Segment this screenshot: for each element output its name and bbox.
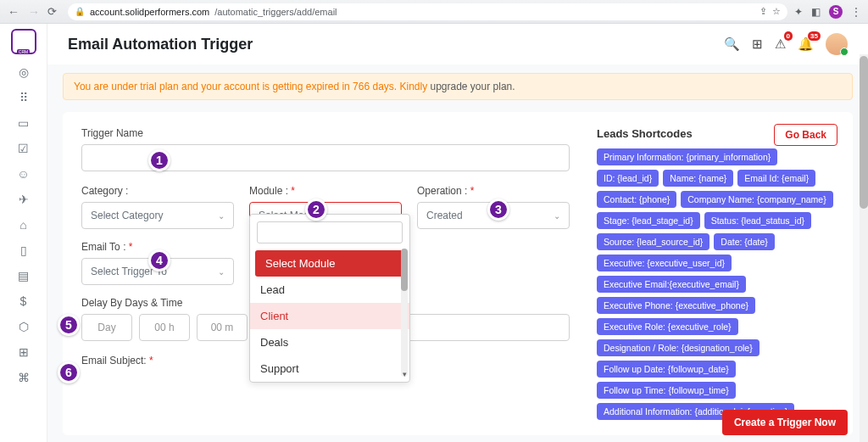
forward-button[interactable]: → (27, 5, 41, 19)
module-dropdown-search[interactable] (257, 221, 403, 243)
tutorial-marker-6: 6 (58, 361, 80, 383)
back-button[interactable]: ← (7, 5, 20, 19)
module-option-deals[interactable]: Deals (250, 329, 409, 355)
sidebar-document-icon[interactable]: ▤ (16, 268, 31, 283)
tutorial-marker-4: 4 (148, 249, 170, 271)
sidebar-dashboard-icon[interactable]: ◎ (16, 64, 31, 80)
shortcode-chip[interactable]: Primary Information: {primary_informatio… (597, 148, 777, 165)
address-bar[interactable]: 🔒 account.solidperformers.com/automatic_… (68, 3, 787, 20)
dropdown-scrollbar[interactable] (401, 249, 408, 377)
trial-alert: You are under trial plan and your accoun… (63, 73, 853, 100)
shortcode-chip[interactable]: Name: {name} (663, 170, 733, 187)
tutorial-marker-5: 5 (58, 314, 80, 336)
notifications-badge: 35 (808, 31, 821, 41)
sidebar-invoice-icon[interactable]: $ (16, 294, 31, 309)
module-option-select[interactable]: Select Module (255, 250, 404, 277)
chevron-down-icon: ⌄ (218, 267, 225, 277)
extensions-icon[interactable]: ✦ (794, 6, 803, 18)
shortcode-chip[interactable]: Stage: {lead_stage_id} (597, 212, 700, 229)
tutorial-marker-3: 3 (487, 199, 509, 221)
browser-toolbar: ← → ⟳ 🔒 account.solidperformers.com/auto… (0, 0, 868, 24)
module-dropdown: Select Module Lead Client Deals Support … (249, 214, 410, 383)
trigger-name-label: Trigger Name (81, 127, 570, 139)
shortcode-chip[interactable]: Executive Phone: {executive_phone} (597, 297, 755, 314)
url-path: /automatic_triggers/add/email (214, 7, 337, 17)
lock-icon: 🔒 (75, 7, 85, 16)
shortcodes-list: Primary Information: {primary_informatio… (597, 148, 834, 420)
sidebar-box-icon[interactable]: ⬡ (16, 319, 31, 334)
shortcode-chip[interactable]: ID: {lead_id} (597, 170, 659, 187)
delay-mins-input[interactable]: 00 m (197, 314, 248, 341)
chevron-down-icon: ⌄ (554, 211, 560, 221)
shortcode-chip[interactable]: Source: {lead_source_id} (597, 233, 709, 250)
alerts-icon[interactable]: ⚠0 (775, 36, 786, 52)
shortcode-chip[interactable]: Status: {lead_status_id} (704, 212, 811, 229)
form-panel: Go Back Trigger Name Category : Select C… (63, 112, 853, 435)
page-scrollbar[interactable] (860, 54, 868, 442)
menu-icon[interactable]: ⋮ (851, 6, 861, 18)
shortcode-chip[interactable]: Company Name: {company_name} (681, 191, 832, 208)
reload-button[interactable]: ⟳ (47, 5, 61, 19)
alerts-badge: 0 (784, 31, 793, 41)
sidebar-briefcase-icon[interactable]: ⌂ (16, 217, 31, 232)
shortcode-chip[interactable]: Executive: {executive_user_id} (597, 255, 732, 271)
sidebar-contacts-icon[interactable]: ☺ (16, 166, 31, 182)
tutorial-marker-1: 1 (148, 149, 170, 171)
app-logo[interactable] (11, 29, 36, 54)
shortcode-chip[interactable]: Date: {date} (714, 233, 774, 250)
shortcode-chip[interactable]: Executive Role: {executive_role} (597, 318, 738, 335)
shortcode-chip[interactable]: Executive Email:{executive_email} (597, 276, 746, 293)
sidebar-apps-icon[interactable]: ⠿ (16, 90, 31, 105)
shortcode-chip[interactable]: Designation / Role: {designation_role} (597, 339, 760, 356)
notifications-icon[interactable]: 🔔35 (798, 36, 814, 52)
star-icon[interactable]: ☆ (772, 6, 781, 17)
sidebar-ticket-icon[interactable]: ⌘ (16, 370, 31, 385)
module-option-client[interactable]: Client (250, 303, 409, 329)
module-label: Module : (249, 185, 402, 197)
module-option-support[interactable]: Support (250, 355, 409, 382)
category-select[interactable]: Select Category⌄ (81, 202, 234, 229)
shortcode-chip[interactable]: Email Id: {email} (737, 170, 815, 187)
create-trigger-button[interactable]: Create a Trigger Now (722, 410, 848, 435)
operation-label: Operation : (417, 185, 570, 197)
module-dropdown-list: Select Module Lead Client Deals Support (250, 250, 409, 382)
url-host: account.solidperformers.com (90, 7, 209, 17)
apps-grid-icon[interactable]: ⊞ (752, 36, 763, 52)
delay-hours-input[interactable]: 00 h (139, 314, 190, 341)
sidebar-calendar-icon[interactable]: ▭ (16, 115, 31, 131)
chevron-down-icon: ⌄ (218, 211, 225, 221)
sidebar-grid-icon[interactable]: ⊞ (16, 344, 31, 360)
user-avatar[interactable] (826, 33, 848, 55)
profile-avatar[interactable]: S (829, 5, 843, 19)
sidebar-leads-icon[interactable]: ✈ (16, 192, 31, 207)
sidebar-clipboard-icon[interactable]: ▯ (16, 243, 31, 258)
shortcode-chip[interactable]: Follow up Time: {followup_time} (597, 382, 736, 399)
tutorial-marker-2: 2 (305, 199, 327, 221)
share-icon[interactable]: ⇪ (760, 6, 767, 17)
dropdown-caret-icon: ▾ (403, 370, 407, 378)
module-option-lead[interactable]: Lead (250, 277, 409, 303)
category-label: Category : (81, 185, 234, 197)
sidebar-tasks-icon[interactable]: ☑ (16, 141, 31, 156)
page-header: Email Automation Trigger 🔍 ⊞ ⚠0 🔔35 (47, 24, 868, 64)
window-icon[interactable]: ◧ (811, 6, 821, 18)
shortcode-chip[interactable]: Follow up Date: {followup_date} (597, 361, 736, 378)
shortcode-chip[interactable]: Contact: {phone} (597, 191, 676, 208)
search-icon[interactable]: 🔍 (724, 36, 740, 52)
upgrade-link[interactable]: upgrade your plan. (431, 81, 515, 92)
sidebar: ◎ ⠿ ▭ ☑ ☺ ✈ ⌂ ▯ ▤ $ ⬡ ⊞ ⌘ (0, 24, 47, 442)
go-back-button[interactable]: Go Back (774, 124, 837, 146)
delay-days-input[interactable]: Day (81, 314, 132, 341)
page-title: Email Automation Trigger (68, 36, 253, 53)
